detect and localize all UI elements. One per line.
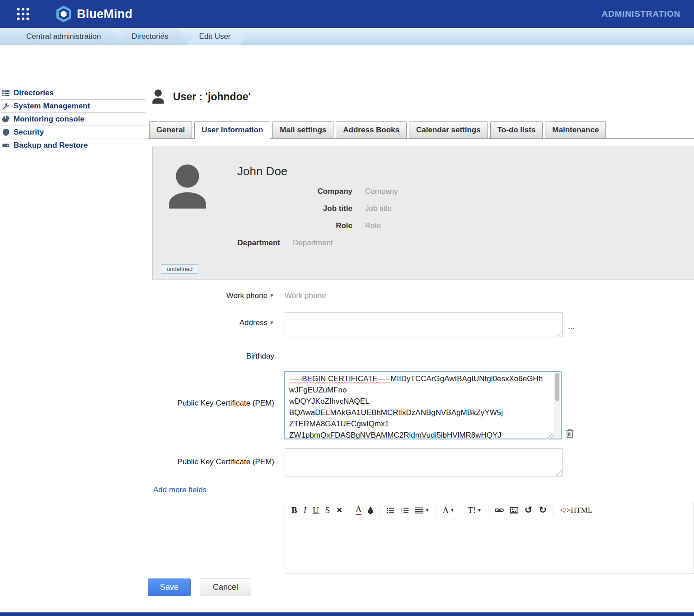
breadcrumb-item-directories[interactable]: Directories bbox=[119, 28, 184, 45]
address-label[interactable]: Address▼ bbox=[148, 312, 274, 327]
redo-icon[interactable]: ↻ bbox=[539, 505, 547, 515]
page-title: User : 'johndoe' bbox=[173, 91, 251, 103]
remove-format-icon[interactable]: ✕ bbox=[336, 507, 342, 514]
field-row-company: Company Company bbox=[160, 183, 694, 200]
bullet-list-icon[interactable] bbox=[386, 507, 394, 513]
undo-icon[interactable]: ↺ bbox=[525, 505, 533, 515]
address-row: Address▼ ... bbox=[148, 312, 694, 337]
birthday-label: Birthday bbox=[148, 352, 274, 361]
company-field[interactable]: Company bbox=[365, 187, 398, 196]
resize-grip-icon[interactable] bbox=[547, 432, 553, 438]
app-grid-icon[interactable] bbox=[16, 7, 30, 21]
bold-icon[interactable]: B bbox=[291, 506, 297, 514]
field-row-job-title: Job title Job title bbox=[160, 200, 694, 217]
tab-todo-lists[interactable]: To-do lists bbox=[490, 121, 543, 138]
resize-grip-icon[interactable] bbox=[555, 330, 562, 336]
pem1-textarea[interactable]: -----BEGIN CERTIFICATE-----MIIDyTCCArGgA… bbox=[284, 371, 562, 439]
sidebar-item-security[interactable]: Security bbox=[1, 126, 145, 139]
highlight-droplet-icon[interactable] bbox=[368, 507, 373, 514]
avatar[interactable] bbox=[161, 160, 214, 213]
sidebar-item-label: Directories bbox=[14, 89, 54, 98]
role-field[interactable]: Role bbox=[365, 221, 381, 230]
tab-user-information[interactable]: User Information bbox=[194, 121, 270, 139]
tab-calendar-settings[interactable]: Calendar settings bbox=[409, 121, 488, 138]
user-icon bbox=[150, 88, 167, 105]
underline-icon[interactable]: U bbox=[313, 506, 319, 514]
certificate-body: MIIDyTCCArGgAwIBAgIUNtgl0esxXo6eGHhwJFgE… bbox=[289, 374, 543, 439]
sidebar-item-label: Monitoring console bbox=[14, 115, 84, 124]
main-content: User : 'johndoe' General User Informatio… bbox=[148, 45, 694, 596]
sidebar-item-backup-and-restore[interactable]: Backup and Restore bbox=[1, 139, 145, 152]
align-icon[interactable]: ▼ bbox=[415, 507, 429, 513]
sidebar-item-monitoring-console[interactable]: Monitoring console bbox=[1, 113, 145, 126]
sidebar-item-system-management[interactable]: System Management bbox=[1, 100, 145, 113]
chevron-down-icon: ▼ bbox=[450, 508, 455, 513]
wrench-icon bbox=[2, 102, 10, 110]
work-phone-row: Work phone▼ Work phone bbox=[148, 291, 694, 300]
tabstrip: General User Information Mail settings A… bbox=[148, 121, 694, 139]
profile-name: John Doe bbox=[237, 153, 694, 178]
svg-text:3: 3 bbox=[401, 511, 402, 513]
sidebar-item-label: Backup and Restore bbox=[14, 141, 88, 150]
cancel-button[interactable]: Cancel bbox=[200, 579, 251, 596]
work-phone-field[interactable]: Work phone bbox=[285, 291, 326, 300]
status-badge: undefined bbox=[161, 264, 198, 274]
work-phone-label[interactable]: Work phone▼ bbox=[148, 291, 274, 300]
font-color-icon[interactable]: A▼ bbox=[442, 506, 455, 514]
toolbar-separator bbox=[553, 506, 553, 515]
job-title-field[interactable]: Job title bbox=[365, 204, 392, 213]
chevron-down-icon[interactable]: ▼ bbox=[269, 320, 274, 325]
tab-maintenance[interactable]: Maintenance bbox=[545, 121, 606, 138]
italic-icon[interactable]: I bbox=[304, 506, 306, 514]
toolbar-separator bbox=[380, 506, 380, 515]
certificate-first-line: -----BEGIN CERTIFICATE----- bbox=[289, 374, 390, 383]
department-label: Department bbox=[160, 238, 280, 247]
scrollbar[interactable] bbox=[554, 373, 560, 438]
resize-grip-icon[interactable] bbox=[555, 469, 562, 476]
breadcrumb: Central administration Directories Edit … bbox=[0, 28, 694, 45]
editor-toolbar: B I U S ✕ A 123 ▼ bbox=[285, 501, 694, 519]
department-field[interactable]: Department bbox=[293, 238, 333, 247]
save-button[interactable]: Save bbox=[148, 579, 191, 596]
chevron-down-icon: ▼ bbox=[425, 508, 429, 513]
tab-mail-settings[interactable]: Mail settings bbox=[272, 121, 333, 138]
toolbar-separator bbox=[461, 506, 461, 515]
bluemind-logo-icon bbox=[55, 5, 72, 23]
brand-name: BlueMind bbox=[77, 7, 132, 21]
toolbar-separator bbox=[488, 506, 488, 515]
tab-general[interactable]: General bbox=[149, 121, 192, 138]
pem1-label: Public Key Certificate (PEM) bbox=[148, 371, 274, 408]
sidebar-item-label: System Management bbox=[14, 102, 90, 111]
html-source-button[interactable]: </>HTML bbox=[560, 506, 592, 514]
pem2-textarea[interactable] bbox=[285, 448, 563, 476]
brand[interactable]: BlueMind bbox=[55, 5, 132, 23]
image-icon[interactable] bbox=[510, 507, 518, 513]
list-icon bbox=[2, 89, 10, 97]
chevron-down-icon[interactable]: ▼ bbox=[269, 293, 274, 298]
topbar: BlueMind ADMINISTRATION bbox=[0, 0, 694, 28]
notes-editor: B I U S ✕ A 123 ▼ bbox=[285, 501, 694, 574]
pem1-row: Public Key Certificate (PEM) -----BEGIN … bbox=[148, 371, 694, 439]
profile-panel: John Doe Company Company Job title Job t… bbox=[152, 146, 694, 280]
numbered-list-icon[interactable]: 123 bbox=[401, 507, 409, 513]
add-more-fields-link[interactable]: Add more fields bbox=[153, 485, 206, 495]
text-color-icon[interactable]: A bbox=[356, 505, 362, 515]
text-size-icon[interactable]: T!▼ bbox=[468, 506, 482, 514]
trash-icon[interactable] bbox=[565, 429, 574, 439]
breadcrumb-item-edit-user[interactable]: Edit User bbox=[187, 28, 247, 45]
administration-label: ADMINISTRATION bbox=[602, 9, 680, 19]
editor-body[interactable] bbox=[285, 519, 694, 574]
pie-chart-icon bbox=[2, 115, 10, 123]
address-textarea[interactable] bbox=[285, 312, 563, 337]
page-header: User : 'johndoe' bbox=[150, 88, 694, 105]
tab-address-books[interactable]: Address Books bbox=[336, 121, 407, 138]
breadcrumb-item-central-administration[interactable]: Central administration bbox=[0, 28, 117, 45]
profile-fields: Company Company Job title Job title Role… bbox=[160, 183, 694, 252]
link-icon[interactable] bbox=[495, 508, 504, 513]
address-more-button[interactable]: ... bbox=[568, 322, 574, 337]
toolbar-separator bbox=[436, 506, 436, 515]
sidebar-item-directories[interactable]: Directories bbox=[1, 87, 145, 100]
role-label: Role bbox=[160, 221, 352, 230]
scrollbar-thumb[interactable] bbox=[555, 373, 559, 401]
strikethrough-icon[interactable]: S bbox=[325, 506, 330, 514]
